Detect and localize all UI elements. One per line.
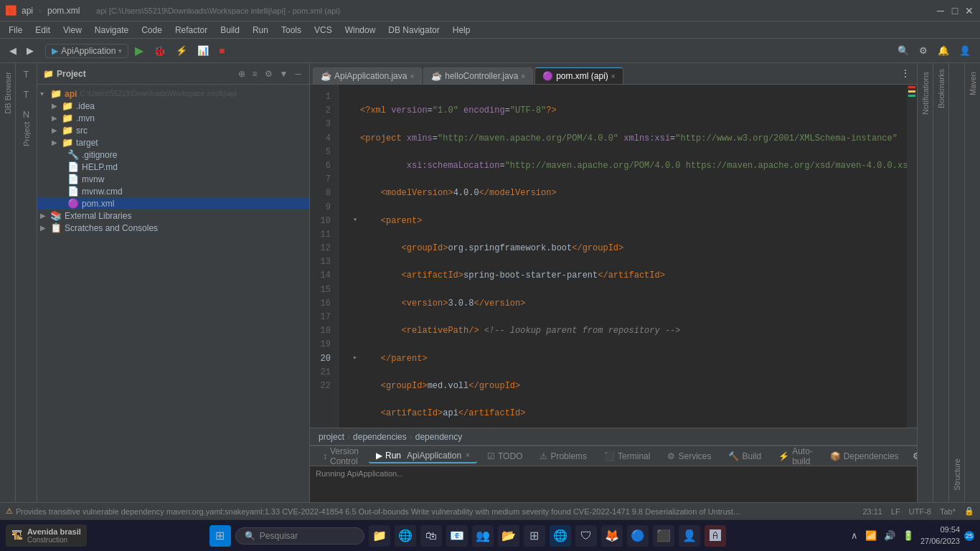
menu-vcs[interactable]: VCS — [308, 24, 338, 37]
tree-item-mvnw-cmd[interactable]: 📄 mvnw.cmd — [37, 185, 309, 197]
tab-pom-xml[interactable]: 🟣 pom.xml (api) × — [534, 67, 623, 84]
tab-api-application[interactable]: ☕ ApiApplication.java × — [313, 67, 422, 84]
menu-help[interactable]: Help — [447, 24, 476, 37]
menu-refactor[interactable]: Refactor — [169, 24, 213, 37]
breadcrumb-dependency[interactable]: dependency — [415, 432, 462, 442]
notifications-label[interactable]: Notifications — [920, 66, 931, 121]
menu-view[interactable]: View — [57, 24, 88, 37]
menu-db-navigator[interactable]: DB Navigator — [382, 24, 445, 37]
run-config-selector[interactable]: ▶ ApiApplication ▾ — [45, 44, 128, 58]
tray-sound-icon[interactable]: 🔊 — [882, 529, 897, 542]
taskbar-search[interactable]: 🔍 Pesquisar — [235, 527, 364, 545]
tree-item-src[interactable]: ▶ 📁 src — [37, 124, 309, 136]
encoding[interactable]: UTF-8 — [909, 507, 931, 516]
taskbar-app-apps[interactable]: ⊞ — [524, 525, 545, 547]
tree-item-mvnw[interactable]: 📄 mvnw — [37, 173, 309, 185]
menu-file[interactable]: File — [3, 24, 28, 37]
tab-auto-build[interactable]: ⚡ Auto-build — [771, 445, 820, 468]
tree-root-api[interactable]: ▾ 📁 api C:\Users\55219\Downloads\Workspa… — [37, 88, 309, 100]
run-button[interactable]: ▶ — [131, 42, 147, 60]
run-tab-close[interactable]: × — [466, 451, 470, 459]
bottom-settings-button[interactable]: ⚙ — [909, 448, 917, 463]
settings-icon[interactable]: ⚙ — [263, 67, 275, 80]
taskbar-app-firefox[interactable]: 🦊 — [601, 525, 623, 547]
toolbar-back-button[interactable]: ◀ — [6, 43, 20, 58]
text-strip-icon[interactable]: T — [19, 86, 34, 102]
breadcrumb-project[interactable]: project — [319, 432, 344, 442]
structure-label[interactable]: Structure — [951, 453, 963, 496]
notification-badge[interactable]: 25 — [964, 531, 974, 541]
tray-network-icon[interactable]: 📶 — [863, 529, 879, 542]
search-everywhere-button[interactable]: 🔍 — [894, 43, 913, 58]
menu-tools[interactable]: Tools — [275, 24, 307, 37]
tree-item-external-libraries[interactable]: ▶ 📚 External Libraries — [37, 209, 309, 222]
maven-label[interactable]: Maven — [967, 66, 979, 101]
taskbar-app-avatar[interactable]: 👤 — [679, 525, 700, 547]
taskbar-app-edge[interactable]: 🌐 — [395, 525, 416, 547]
tree-item-pomxml[interactable]: 🟣 pom.xml — [37, 197, 309, 209]
close-button[interactable]: ✕ — [964, 6, 974, 16]
line-sep[interactable]: LF — [891, 507, 900, 516]
taskbar-app-terminal[interactable]: ⬛ — [653, 525, 674, 547]
indent-type[interactable]: Tab* — [940, 507, 956, 516]
tray-expand-icon[interactable]: ∧ — [849, 529, 860, 542]
bookmarks-label[interactable]: Bookmarks — [936, 63, 947, 114]
toolbar-forward-button[interactable]: ▶ — [23, 43, 37, 58]
notifications-strip-icon[interactable]: N — [19, 106, 34, 122]
tab-run[interactable]: ▶ Run ApiApplication × — [369, 449, 477, 463]
tree-item-gitignore[interactable]: 🔧 .gitignore — [37, 149, 309, 161]
tab-terminal[interactable]: ⬛ Terminal — [597, 450, 657, 463]
taskbar-app-files[interactable]: 📂 — [498, 525, 519, 547]
taskbar-app-browser-b[interactable]: 🌐 — [550, 525, 571, 547]
notifications-button[interactable]: 🔔 — [934, 43, 953, 58]
breadcrumb-dependencies[interactable]: dependencies — [353, 432, 407, 442]
tree-item-scratches[interactable]: ▶ 📋 Scratches and Consoles — [37, 222, 309, 234]
menu-navigate[interactable]: Navigate — [89, 24, 134, 37]
tray-battery-icon[interactable]: 🔋 — [900, 529, 916, 542]
menu-build[interactable]: Build — [215, 24, 245, 37]
taskbar-clock[interactable]: 09:54 27/06/2023 — [920, 524, 960, 547]
terminal-strip-icon[interactable]: T — [19, 66, 34, 82]
tab-version-control[interactable]: ↕ Version Control — [316, 445, 366, 468]
tab-close-hello[interactable]: × — [521, 72, 525, 80]
tree-item-helpmd[interactable]: 📄 HELP.md — [37, 161, 309, 173]
tab-close-api[interactable]: × — [410, 72, 414, 80]
tab-todo[interactable]: ☑ TODO — [480, 450, 529, 463]
taskbar-app-explorer[interactable]: 📁 — [369, 525, 390, 547]
menu-code[interactable]: Code — [136, 24, 168, 37]
windows-start-button[interactable]: ⊞ — [209, 525, 231, 547]
taskbar-app-malware[interactable]: 🛡 — [575, 525, 597, 547]
taskbar-app-chrome[interactable]: 🔵 — [627, 525, 649, 547]
taskbar-app-store[interactable]: 🛍 — [420, 525, 442, 547]
avatar-button[interactable]: 👤 — [956, 43, 974, 58]
add-icon[interactable]: ⊕ — [236, 67, 248, 80]
tab-dependencies[interactable]: 📦 Dependencies — [823, 450, 906, 463]
minimize-button[interactable]: ─ — [936, 6, 946, 16]
tab-overflow-button[interactable]: ⋮ — [897, 65, 914, 81]
gear-icon[interactable]: ▼ — [278, 67, 291, 80]
menu-window[interactable]: Window — [339, 24, 382, 37]
code-editor[interactable]: <?xml version="1.0" encoding="UTF-8"?> <… — [339, 85, 907, 428]
tab-build[interactable]: 🔨 Build — [721, 450, 768, 463]
stop-button[interactable]: ■ — [215, 43, 228, 58]
settings-button[interactable]: ⚙ — [915, 43, 931, 58]
db-browser-label[interactable]: DB Browser — [2, 66, 14, 120]
taskbar-app-teams[interactable]: 👥 — [472, 525, 494, 547]
tab-services[interactable]: ⚙ Services — [660, 450, 718, 463]
tab-hello-controller[interactable]: ☕ helloController.java × — [423, 67, 533, 84]
tab-problems[interactable]: ⚠ Problems — [532, 450, 594, 463]
tree-item-mvn[interactable]: ▶ 📁 .mvn — [37, 112, 309, 124]
menu-edit[interactable]: Edit — [29, 24, 56, 37]
tab-close-pom[interactable]: × — [611, 72, 616, 80]
menu-run[interactable]: Run — [247, 24, 274, 37]
minimize-panel-icon[interactable]: ─ — [293, 67, 303, 80]
profile-button[interactable]: 📊 — [194, 43, 212, 58]
tree-item-idea[interactable]: ▶ 📁 .idea — [37, 100, 309, 112]
cursor-position[interactable]: 23:11 — [862, 507, 882, 516]
taskbar-app-intellij[interactable]: 🅰 — [705, 525, 726, 547]
tree-item-target[interactable]: ▶ 📁 target — [37, 136, 309, 149]
maximize-button[interactable]: □ — [950, 6, 960, 16]
taskbar-app-mail[interactable]: 📧 — [446, 525, 468, 547]
coverage-button[interactable]: ⚡ — [172, 43, 191, 58]
project-strip-label[interactable]: Project — [19, 126, 34, 142]
